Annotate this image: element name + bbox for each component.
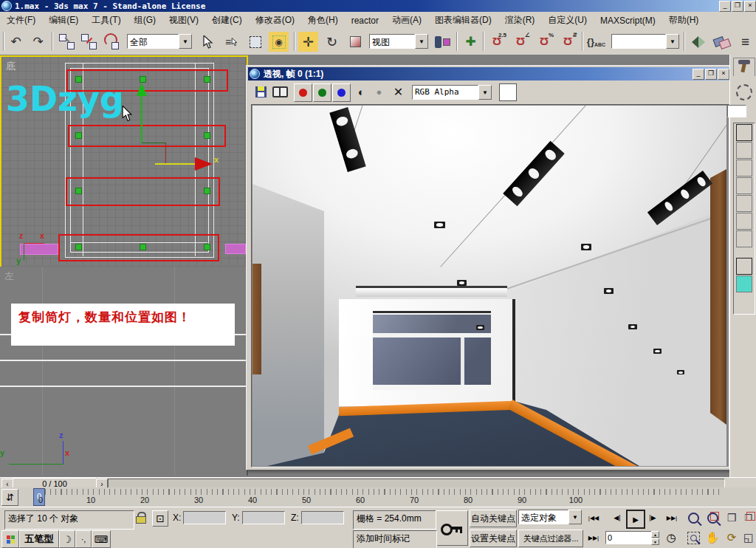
undo-button[interactable]: ↶ — [6, 32, 26, 52]
selection-filter-dropdown[interactable]: 全部 ▼ — [127, 34, 192, 49]
mini-curve-editor-button[interactable]: ⇵ — [1, 489, 18, 506]
color-swatch-teal[interactable] — [736, 275, 752, 292]
title-bar[interactable]: 1.max - 3ds max 7 - Stand-alone License … — [0, 0, 756, 12]
tab-utilities[interactable] — [733, 58, 755, 76]
ime-punctuation-button[interactable]: ·, — [75, 530, 92, 548]
select-and-manipulate-button[interactable]: ✚ — [461, 32, 481, 52]
menu-create[interactable]: 创建(C) — [205, 13, 249, 28]
render-close-button[interactable]: × — [718, 69, 729, 80]
mirror-button[interactable] — [688, 32, 708, 52]
menu-rendering[interactable]: 渲染(R) — [498, 13, 542, 28]
select-object-button[interactable] — [198, 32, 218, 52]
zoom-extents-all-button[interactable]: ❒ — [740, 510, 756, 526]
menu-file[interactable]: 文件(F) — [0, 13, 42, 28]
stack-button[interactable] — [736, 124, 752, 141]
set-key-mode-button[interactable]: 设置关键点 — [470, 530, 517, 547]
named-selection-dropdown[interactable]: ▼ — [611, 34, 679, 49]
zoom-all-button[interactable] — [704, 510, 721, 526]
key-filters-button[interactable]: 关键点过滤器... — [518, 530, 583, 547]
angle-snap-button[interactable]: Ω∠ — [511, 32, 531, 52]
background-color-swatch[interactable] — [499, 83, 517, 101]
save-bitmap-button[interactable] — [252, 83, 269, 100]
select-and-link-button[interactable] — [58, 32, 78, 52]
reference-coordinate-dropdown[interactable]: 视图 ▼ — [369, 34, 428, 49]
layer-manager-button[interactable]: ≡ — [735, 32, 755, 52]
gizmo-x-shaft[interactable] — [155, 163, 196, 165]
alpha-channel-button[interactable]: ● — [371, 83, 388, 100]
select-and-move-button[interactable]: ✛ — [298, 32, 318, 52]
ime-softkeyboard-button[interactable]: ⌨ — [92, 530, 111, 548]
menu-edit[interactable]: 编辑(E) — [42, 13, 85, 28]
menu-views[interactable]: 视图(V) — [162, 13, 205, 28]
stack-button[interactable] — [736, 213, 752, 230]
stack-button[interactable] — [736, 230, 752, 247]
menu-help[interactable]: 帮助(H) — [662, 13, 706, 28]
rectangular-selection-region-button[interactable] — [245, 32, 265, 52]
red-channel-button[interactable] — [294, 83, 312, 102]
region-zoom-button[interactable] — [685, 530, 701, 546]
menu-graph-editors[interactable]: 图表编辑器(D) — [428, 13, 498, 28]
play-button[interactable]: ▶ — [626, 510, 645, 529]
gear-icon[interactable] — [736, 84, 752, 100]
stack-button[interactable] — [736, 195, 752, 212]
align-button[interactable] — [712, 32, 732, 52]
named-selection-sets-button[interactable]: {} ABC — [586, 32, 606, 52]
next-frame-button[interactable]: |▶ — [645, 510, 660, 526]
render-window-titlebar[interactable]: 透视, 帧 0 (1:1) _ ❐ × — [248, 67, 731, 81]
current-frame-field[interactable] — [605, 531, 653, 544]
redo-button[interactable]: ↷ — [28, 32, 48, 52]
stack-button[interactable] — [736, 142, 752, 159]
select-and-scale-button[interactable] — [346, 32, 365, 52]
key-filter-scope-dropdown[interactable]: 选定对象 ▼ — [518, 510, 582, 524]
minmax-toggle-button[interactable]: ◱ — [740, 530, 756, 546]
viewport-bottom-view[interactable]: 底 3Dzyg — [0, 55, 248, 268]
pan-button[interactable]: ✋ — [704, 530, 721, 546]
ime-name-button[interactable]: 五笔型 — [19, 530, 59, 548]
unlink-selection-button[interactable] — [80, 32, 100, 52]
ime-fullhalf-button[interactable]: ☽ — [59, 530, 75, 548]
viewport-left-view[interactable]: 左 复制筒灯，数量和位置如图！ z y x — [0, 267, 248, 476]
x-coordinate-field[interactable] — [183, 511, 226, 524]
arc-rotate-button[interactable]: ⟳ — [724, 530, 740, 546]
window-crossing-toggle[interactable]: ◉ — [269, 32, 289, 52]
menu-customize[interactable]: 自定义(U) — [541, 13, 594, 28]
menu-animation[interactable]: 动画(A) — [385, 13, 428, 28]
previous-frame-button[interactable]: ◀| — [610, 510, 625, 526]
clone-rendered-frame-button[interactable] — [272, 83, 289, 100]
zoom-button[interactable] — [685, 510, 701, 526]
blue-channel-button[interactable] — [332, 83, 351, 102]
snap-toggle-button[interactable]: Ω2.5 — [487, 32, 507, 52]
ime-indicator-button[interactable] — [1, 530, 19, 548]
bind-to-spacewarp-button[interactable] — [102, 32, 122, 52]
y-coordinate-field[interactable] — [242, 511, 285, 524]
key-mode-toggle[interactable]: ▶▶| — [585, 530, 602, 546]
add-time-tag-field[interactable]: 添加时间标记 — [353, 530, 437, 548]
stack-button[interactable] — [736, 177, 752, 194]
restore-button[interactable]: ❐ — [732, 1, 743, 12]
select-by-name-button[interactable]: ≡ — [221, 32, 241, 52]
absolute-mode-toggle[interactable]: ⊡ — [152, 510, 168, 527]
time-configuration-button[interactable]: ◷ — [663, 530, 679, 546]
stack-button[interactable] — [736, 160, 752, 177]
spinner-up[interactable]: ▲ — [651, 531, 659, 538]
menu-modifiers[interactable]: 修改器(O) — [249, 13, 301, 28]
z-coordinate-field[interactable] — [301, 511, 344, 524]
spinner-snap-button[interactable]: Ω⇵ — [558, 32, 578, 52]
gizmo-y-shaft[interactable] — [141, 91, 142, 143]
close-button[interactable]: × — [744, 1, 756, 12]
panel-dropdown-stub[interactable] — [727, 105, 745, 116]
render-maximize-button[interactable]: ❐ — [705, 69, 717, 80]
channel-display-dropdown[interactable]: RGB Alpha ▼ — [412, 85, 492, 100]
percent-snap-button[interactable]: Ω% — [535, 32, 554, 52]
spinner-down[interactable]: ▼ — [651, 538, 659, 545]
set-key-big-button[interactable] — [436, 510, 468, 546]
green-channel-button[interactable] — [313, 83, 331, 102]
menu-maxscript[interactable]: MAXScript(M) — [594, 14, 662, 27]
stack-button-active[interactable] — [736, 258, 752, 275]
menu-character[interactable]: 角色(H) — [301, 13, 345, 28]
frame-spinner[interactable]: ▲ ▼ — [651, 531, 659, 543]
zoom-extents-button[interactable]: ❒ — [724, 510, 740, 526]
goto-end-button[interactable]: ▶▶| — [663, 510, 681, 526]
menu-reactor[interactable]: reactor — [345, 14, 385, 27]
selection-lock-toggle[interactable] — [136, 512, 145, 522]
